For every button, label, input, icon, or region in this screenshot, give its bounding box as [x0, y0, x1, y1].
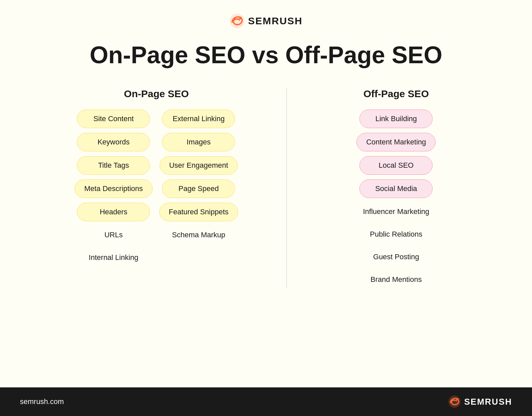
onpage-right-sub: External Linking Images User Engagement …	[159, 109, 238, 267]
list-item: Social Media	[359, 179, 433, 198]
list-item: Local SEO	[359, 156, 433, 175]
list-item: Title Tags	[77, 156, 150, 175]
list-item: Brand Mentions	[359, 271, 433, 289]
onpage-inner: Site Content Keywords Title Tags Meta De…	[33, 109, 280, 267]
svg-point-1	[239, 17, 242, 19]
list-item: Content Marketing	[356, 133, 436, 151]
list-item: Site Content	[77, 109, 150, 128]
onpage-column: On-Page SEO Site Content Keywords Title …	[33, 88, 280, 289]
list-item: Images	[162, 133, 235, 151]
list-item: External Linking	[162, 109, 235, 128]
list-item: User Engagement	[160, 156, 238, 175]
columns-wrapper: On-Page SEO Site Content Keywords Title …	[33, 88, 499, 289]
list-item: Headers	[77, 203, 150, 221]
footer-logo-text: SEMRUSH	[464, 397, 512, 407]
column-divider	[286, 88, 287, 289]
list-item: Keywords	[77, 133, 150, 151]
list-item: Guest Posting	[359, 248, 433, 266]
list-item: Meta Descriptions	[74, 179, 152, 198]
footer: semrush.com SEMRUSH	[0, 387, 532, 416]
semrush-logo-icon	[229, 13, 245, 29]
list-item: URLs	[77, 226, 150, 244]
list-item: Link Building	[359, 109, 433, 128]
onpage-column-header: On-Page SEO	[124, 88, 189, 100]
list-item: Influencer Marketing	[354, 203, 439, 221]
onpage-left-sub: Site Content Keywords Title Tags Meta De…	[74, 109, 152, 267]
footer-logo: SEMRUSH	[448, 395, 512, 408]
page-title: On-Page SEO vs Off-Page SEO	[90, 42, 442, 68]
main-content: SEMRUSH On-Page SEO vs Off-Page SEO On-P…	[0, 0, 532, 387]
list-item: Featured Snippets	[159, 203, 238, 221]
offpage-column: Off-Page SEO Link Building Content Marke…	[294, 88, 499, 289]
logo-area: SEMRUSH	[229, 13, 303, 29]
offpage-inner: Link Building Content Marketing Local SE…	[294, 109, 499, 289]
footer-logo-icon	[448, 395, 461, 408]
offpage-column-header: Off-Page SEO	[363, 88, 429, 100]
list-item: Public Relations	[359, 225, 433, 243]
list-item: Schema Markup	[162, 226, 235, 244]
footer-url: semrush.com	[20, 397, 64, 406]
svg-point-3	[456, 398, 459, 400]
list-item: Internal Linking	[77, 249, 150, 267]
list-item: Page Speed	[162, 179, 235, 198]
header-logo-text: SEMRUSH	[248, 15, 303, 27]
